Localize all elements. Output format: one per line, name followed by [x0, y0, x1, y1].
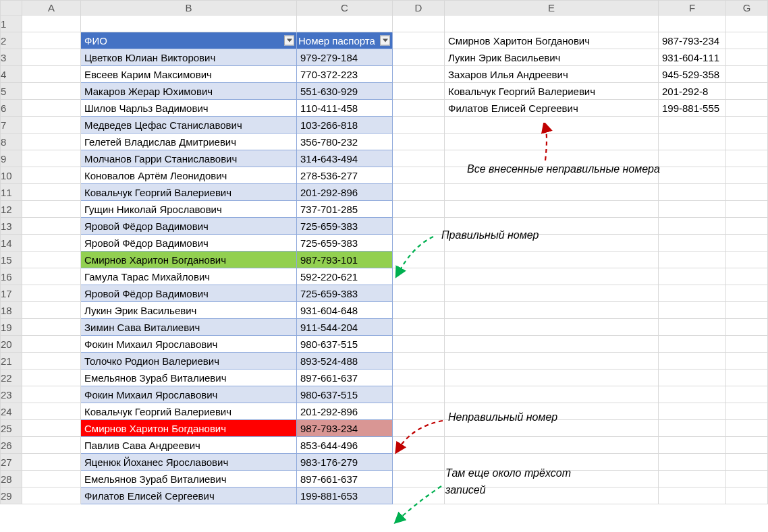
cell-A24[interactable] [22, 403, 81, 420]
cell-C22[interactable]: 897-661-637 [297, 370, 393, 386]
cell-B9[interactable]: Молчанов Гарри Станиславович [81, 150, 297, 167]
cell-B13[interactable]: Яровой Фёдор Вадимович [81, 218, 297, 235]
cell-B4[interactable]: Евсеев Карим Максимович [81, 66, 297, 83]
col-header-C[interactable]: C [297, 1, 393, 16]
cell-A5[interactable] [22, 83, 81, 100]
cell-A14[interactable] [22, 235, 81, 252]
cell-F2[interactable]: 987-793-234 [659, 32, 726, 49]
cell-E23[interactable] [445, 386, 659, 403]
cell-F26[interactable] [659, 437, 726, 454]
cell-D25[interactable] [393, 420, 445, 437]
row-header-19[interactable]: 19 [1, 319, 22, 336]
cell-B12[interactable]: Гущин Николай Ярославович [81, 201, 297, 218]
filter-button-fio[interactable] [284, 36, 294, 46]
row-header-12[interactable]: 12 [1, 201, 22, 218]
cell-G17[interactable] [726, 285, 768, 302]
cell-A15[interactable] [22, 252, 81, 268]
cell-D24[interactable] [393, 403, 445, 420]
cell-D27[interactable] [393, 454, 445, 471]
row-header-17[interactable]: 17 [1, 285, 22, 302]
row-header-26[interactable]: 26 [1, 437, 22, 454]
corner-cell[interactable] [1, 1, 22, 16]
row-header-13[interactable]: 13 [1, 218, 22, 235]
cell-A25[interactable] [22, 420, 81, 437]
cell-C26[interactable]: 853-644-496 [297, 437, 393, 454]
cell-F28[interactable] [659, 471, 726, 487]
cell-G3[interactable] [726, 49, 768, 66]
row-header-8[interactable]: 8 [1, 134, 22, 150]
cell-E12[interactable] [445, 201, 659, 218]
cell-D5[interactable] [393, 83, 445, 100]
cell-A17[interactable] [22, 285, 81, 302]
cell-G9[interactable] [726, 150, 768, 167]
cell-F25[interactable] [659, 420, 726, 437]
col-header-B[interactable]: B [81, 1, 297, 16]
cell-B17[interactable]: Яровой Фёдор Вадимович [81, 285, 297, 302]
cell-E13[interactable] [445, 218, 659, 235]
row-header-5[interactable]: 5 [1, 83, 22, 100]
row-header-9[interactable]: 9 [1, 150, 22, 167]
cell-F22[interactable] [659, 370, 726, 386]
cell-B21[interactable]: Толочко Родион Валериевич [81, 353, 297, 370]
cell-A27[interactable] [22, 454, 81, 471]
cell-E6[interactable]: Филатов Елисей Сергеевич [445, 100, 659, 117]
cell-C11[interactable]: 201-292-896 [297, 184, 393, 201]
cell-E20[interactable] [445, 336, 659, 353]
cell-F29[interactable] [659, 487, 726, 504]
row-header-27[interactable]: 27 [1, 454, 22, 471]
row-header-7[interactable]: 7 [1, 117, 22, 134]
cell-B26[interactable]: Павлив Сава Андреевич [81, 437, 297, 454]
cell-G6[interactable] [726, 100, 768, 117]
cell-E11[interactable] [445, 184, 659, 201]
cell-G4[interactable] [726, 66, 768, 83]
cell-C20[interactable]: 980-637-515 [297, 336, 393, 353]
cell-D21[interactable] [393, 353, 445, 370]
cell-C4[interactable]: 770-372-223 [297, 66, 393, 83]
cell-F5[interactable]: 201-292-8 [659, 83, 726, 100]
cell-F23[interactable] [659, 386, 726, 403]
cell-E5[interactable]: Ковальчук Георгий Валериевич [445, 83, 659, 100]
row-header-1[interactable]: 1 [1, 16, 22, 32]
cell-F19[interactable] [659, 319, 726, 336]
cell-E1[interactable] [445, 16, 659, 32]
cell-D2[interactable] [393, 32, 445, 49]
cell-A3[interactable] [22, 49, 81, 66]
row-header-3[interactable]: 3 [1, 49, 22, 66]
cell-G23[interactable] [726, 386, 768, 403]
cell-A7[interactable] [22, 117, 81, 134]
cell-C8[interactable]: 356-780-232 [297, 134, 393, 150]
cell-G15[interactable] [726, 252, 768, 268]
row-header-22[interactable]: 22 [1, 370, 22, 386]
cell-E25[interactable] [445, 420, 659, 437]
cell-C18[interactable]: 931-604-648 [297, 302, 393, 319]
cell-F17[interactable] [659, 285, 726, 302]
cell-C6[interactable]: 110-411-458 [297, 100, 393, 117]
cell-G13[interactable] [726, 218, 768, 235]
cell-D3[interactable] [393, 49, 445, 66]
cell-G29[interactable] [726, 487, 768, 504]
cell-E21[interactable] [445, 353, 659, 370]
cell-A21[interactable] [22, 353, 81, 370]
cell-C29[interactable]: 199-881-653 [297, 487, 393, 504]
cell-D14[interactable] [393, 235, 445, 252]
cell-A19[interactable] [22, 319, 81, 336]
cell-B8[interactable]: Гелетей Владислав Дмитриевич [81, 134, 297, 150]
cell-C3[interactable]: 979-279-184 [297, 49, 393, 66]
cell-B3[interactable]: Цветков Юлиан Викторович [81, 49, 297, 66]
cell-C24[interactable]: 201-292-896 [297, 403, 393, 420]
cell-G11[interactable] [726, 184, 768, 201]
cell-F15[interactable] [659, 252, 726, 268]
cell-E26[interactable] [445, 437, 659, 454]
cell-D12[interactable] [393, 201, 445, 218]
cell-E10[interactable] [445, 167, 659, 184]
cell-F3[interactable]: 931-604-111 [659, 49, 726, 66]
cell-A1[interactable] [22, 16, 81, 32]
cell-E22[interactable] [445, 370, 659, 386]
cell-A22[interactable] [22, 370, 81, 386]
cell-A13[interactable] [22, 218, 81, 235]
cell-F14[interactable] [659, 235, 726, 252]
spreadsheet-grid[interactable]: A B C D E F G 12ФИОНомер паспортаСмирнов… [0, 0, 768, 504]
cell-C21[interactable]: 893-524-488 [297, 353, 393, 370]
cell-E19[interactable] [445, 319, 659, 336]
cell-A29[interactable] [22, 487, 81, 504]
